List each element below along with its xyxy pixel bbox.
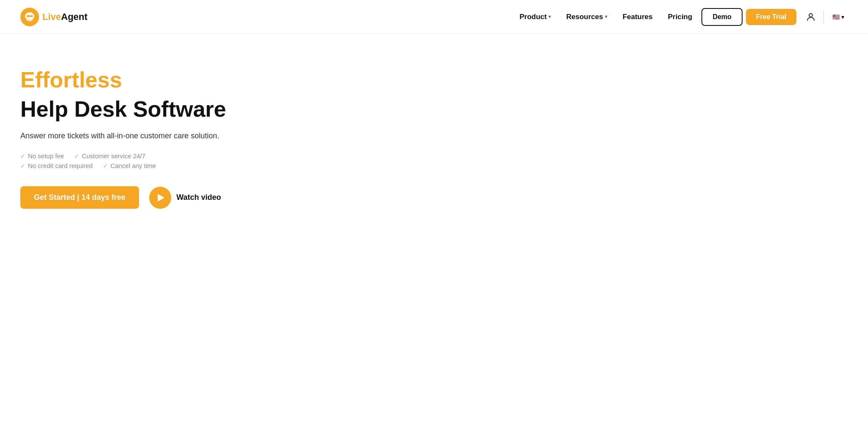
user-icon: [806, 12, 816, 22]
svg-point-4: [31, 15, 33, 17]
resources-chevron-icon: ▾: [605, 14, 607, 20]
check-no-setup-fee: ✓ No setup fee: [20, 152, 64, 160]
free-trial-button[interactable]: Free Trial: [746, 9, 796, 25]
hero-title: Help Desk Software: [20, 97, 268, 121]
svg-point-5: [809, 14, 812, 17]
hero-subtitle: Answer more tickets with all-in-one cust…: [20, 132, 268, 140]
watch-video-button[interactable]: Watch video: [149, 187, 221, 209]
checkmark-icon: ✓: [20, 162, 25, 169]
checkmark-icon: ✓: [74, 153, 79, 160]
checklist-row-1: ✓ No setup fee ✓ Customer service 24/7: [20, 152, 268, 160]
get-started-button[interactable]: Get Started | 14 days free: [20, 186, 139, 209]
logo-text: LiveAgent: [42, 11, 87, 22]
checkmark-icon: ✓: [20, 153, 25, 160]
play-button-circle: [149, 187, 171, 209]
check-cancel-anytime: ✓ Cancel any time: [103, 162, 156, 169]
hero-section: Effortless Help Desk Software Answer mor…: [0, 34, 288, 243]
logo-icon: [20, 8, 39, 26]
logo[interactable]: LiveAgent: [20, 8, 87, 26]
svg-point-3: [29, 15, 31, 17]
nav-resources[interactable]: Resources ▾: [560, 9, 613, 25]
hero-checklist: ✓ No setup fee ✓ Customer service 24/7 ✓…: [20, 152, 268, 169]
watch-video-label: Watch video: [176, 193, 221, 202]
nav-links: Product ▾ Resources ▾ Features Pricing: [514, 9, 698, 25]
product-chevron-icon: ▾: [548, 14, 551, 20]
checkmark-icon: ✓: [103, 162, 108, 169]
check-customer-service: ✓ Customer service 24/7: [74, 152, 145, 160]
checklist-row-2: ✓ No credit card required ✓ Cancel any t…: [20, 162, 268, 169]
check-no-credit-card: ✓ No credit card required: [20, 162, 93, 169]
navbar: LiveAgent Product ▾ Resources ▾ Features…: [0, 0, 868, 34]
nav-divider: [823, 10, 824, 24]
svg-point-2: [27, 15, 29, 17]
language-selector[interactable]: 🇺🇸 ▾: [829, 12, 848, 22]
nav-features[interactable]: Features: [617, 9, 659, 25]
nav-pricing[interactable]: Pricing: [662, 9, 698, 25]
nav-right-controls: 🇺🇸 ▾: [803, 9, 848, 25]
hero-actions: Get Started | 14 days free Watch video: [20, 186, 268, 209]
nav-product[interactable]: Product ▾: [514, 9, 557, 25]
user-account-button[interactable]: [803, 9, 818, 25]
flag-emoji: 🇺🇸: [832, 14, 840, 20]
language-chevron-icon: ▾: [841, 14, 844, 20]
demo-button[interactable]: Demo: [701, 8, 742, 26]
hero-tagline: Effortless: [20, 68, 268, 92]
play-triangle-icon: [158, 194, 164, 202]
